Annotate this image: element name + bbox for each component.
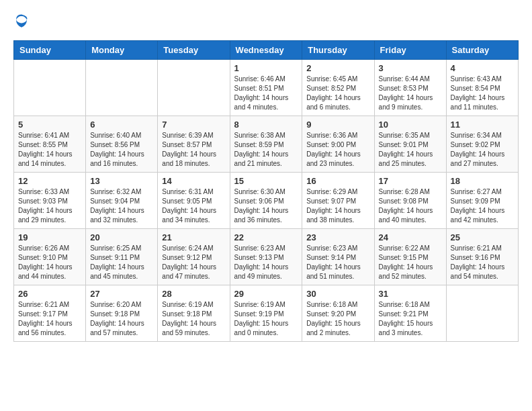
day-info: Sunrise: 6:26 AMSunset: 9:10 PMDaylight:… <box>18 244 81 281</box>
day-info: Sunrise: 6:21 AMSunset: 9:16 PMDaylight:… <box>451 244 514 281</box>
calendar-cell: 20Sunrise: 6:25 AMSunset: 9:11 PMDayligh… <box>86 229 158 285</box>
calendar-cell: 13Sunrise: 6:32 AMSunset: 9:04 PMDayligh… <box>86 173 158 229</box>
day-info: Sunrise: 6:21 AMSunset: 9:17 PMDaylight:… <box>18 300 81 338</box>
day-info: Sunrise: 6:43 AMSunset: 8:54 PMDaylight:… <box>451 75 514 112</box>
calendar-week-row: 1Sunrise: 6:46 AMSunset: 8:51 PMDaylight… <box>14 60 519 116</box>
day-number: 16 <box>306 176 369 186</box>
day-number: 7 <box>162 120 225 130</box>
day-info: Sunrise: 6:35 AMSunset: 9:01 PMDaylight:… <box>379 131 442 169</box>
day-info: Sunrise: 6:44 AMSunset: 8:53 PMDaylight:… <box>379 75 442 112</box>
day-number: 15 <box>234 176 298 186</box>
calendar-cell: 17Sunrise: 6:28 AMSunset: 9:08 PMDayligh… <box>374 173 446 229</box>
calendar-cell: 5Sunrise: 6:41 AMSunset: 8:55 PMDaylight… <box>14 116 86 173</box>
day-number: 5 <box>18 120 81 130</box>
calendar-cell: 4Sunrise: 6:43 AMSunset: 8:54 PMDaylight… <box>446 60 518 116</box>
weekday-header-tuesday: Tuesday <box>158 41 230 60</box>
calendar-cell: 14Sunrise: 6:31 AMSunset: 9:05 PMDayligh… <box>158 173 230 229</box>
calendar-cell <box>158 60 230 116</box>
calendar-week-row: 26Sunrise: 6:21 AMSunset: 9:17 PMDayligh… <box>14 285 519 342</box>
day-info: Sunrise: 6:20 AMSunset: 9:18 PMDaylight:… <box>90 300 153 338</box>
day-info: Sunrise: 6:30 AMSunset: 9:06 PMDaylight:… <box>234 187 298 225</box>
day-number: 17 <box>379 176 442 186</box>
weekday-header-friday: Friday <box>374 41 446 60</box>
day-number: 13 <box>90 176 153 186</box>
weekday-header-saturday: Saturday <box>446 41 518 60</box>
day-info: Sunrise: 6:25 AMSunset: 9:11 PMDaylight:… <box>90 244 153 281</box>
day-number: 21 <box>162 232 225 242</box>
day-info: Sunrise: 6:33 AMSunset: 9:03 PMDaylight:… <box>18 187 81 225</box>
calendar-cell: 27Sunrise: 6:20 AMSunset: 9:18 PMDayligh… <box>86 285 158 342</box>
day-info: Sunrise: 6:18 AMSunset: 9:21 PMDaylight:… <box>379 300 442 338</box>
day-number: 26 <box>18 289 81 299</box>
day-info: Sunrise: 6:19 AMSunset: 9:18 PMDaylight:… <box>162 300 225 338</box>
day-number: 4 <box>451 63 514 73</box>
logo-icon <box>13 13 30 30</box>
calendar-cell: 25Sunrise: 6:21 AMSunset: 9:16 PMDayligh… <box>446 229 518 285</box>
day-number: 9 <box>306 120 369 130</box>
day-number: 1 <box>234 63 298 73</box>
day-number: 25 <box>451 232 514 242</box>
day-number: 20 <box>90 232 153 242</box>
calendar-week-row: 12Sunrise: 6:33 AMSunset: 9:03 PMDayligh… <box>14 173 519 229</box>
day-info: Sunrise: 6:36 AMSunset: 9:00 PMDaylight:… <box>306 131 369 169</box>
calendar-cell: 7Sunrise: 6:39 AMSunset: 8:57 PMDaylight… <box>158 116 230 173</box>
day-number: 30 <box>306 289 369 299</box>
calendar-cell <box>86 60 158 116</box>
calendar-cell: 22Sunrise: 6:23 AMSunset: 9:13 PMDayligh… <box>230 229 302 285</box>
calendar-cell: 28Sunrise: 6:19 AMSunset: 9:18 PMDayligh… <box>158 285 230 342</box>
day-info: Sunrise: 6:19 AMSunset: 9:19 PMDaylight:… <box>234 300 298 338</box>
day-info: Sunrise: 6:39 AMSunset: 8:57 PMDaylight:… <box>162 131 225 169</box>
day-number: 6 <box>90 120 153 130</box>
calendar-header-row: SundayMondayTuesdayWednesdayThursdayFrid… <box>14 41 519 60</box>
day-info: Sunrise: 6:32 AMSunset: 9:04 PMDaylight:… <box>90 187 153 225</box>
day-number: 14 <box>162 176 225 186</box>
weekday-header-wednesday: Wednesday <box>230 41 302 60</box>
calendar-cell: 9Sunrise: 6:36 AMSunset: 9:00 PMDaylight… <box>302 116 374 173</box>
calendar-cell <box>446 285 518 342</box>
day-info: Sunrise: 6:18 AMSunset: 9:20 PMDaylight:… <box>306 300 369 338</box>
day-info: Sunrise: 6:31 AMSunset: 9:05 PMDaylight:… <box>162 187 225 225</box>
day-info: Sunrise: 6:27 AMSunset: 9:09 PMDaylight:… <box>451 187 514 225</box>
day-number: 31 <box>379 289 442 299</box>
day-number: 28 <box>162 289 225 299</box>
calendar-cell: 24Sunrise: 6:22 AMSunset: 9:15 PMDayligh… <box>374 229 446 285</box>
day-number: 3 <box>379 63 442 73</box>
day-info: Sunrise: 6:41 AMSunset: 8:55 PMDaylight:… <box>18 131 81 169</box>
calendar-cell: 30Sunrise: 6:18 AMSunset: 9:20 PMDayligh… <box>302 285 374 342</box>
day-number: 18 <box>451 176 514 186</box>
day-number: 29 <box>234 289 298 299</box>
day-info: Sunrise: 6:38 AMSunset: 8:59 PMDaylight:… <box>234 131 298 169</box>
calendar-cell: 15Sunrise: 6:30 AMSunset: 9:06 PMDayligh… <box>230 173 302 229</box>
day-info: Sunrise: 6:29 AMSunset: 9:07 PMDaylight:… <box>306 187 369 225</box>
calendar-cell: 12Sunrise: 6:33 AMSunset: 9:03 PMDayligh… <box>14 173 86 229</box>
calendar-table: SundayMondayTuesdayWednesdayThursdayFrid… <box>13 40 519 342</box>
calendar-cell: 18Sunrise: 6:27 AMSunset: 9:09 PMDayligh… <box>446 173 518 229</box>
day-number: 10 <box>379 120 442 130</box>
day-info: Sunrise: 6:22 AMSunset: 9:15 PMDaylight:… <box>379 244 442 281</box>
day-number: 24 <box>379 232 442 242</box>
calendar-cell: 10Sunrise: 6:35 AMSunset: 9:01 PMDayligh… <box>374 116 446 173</box>
calendar-cell: 21Sunrise: 6:24 AMSunset: 9:12 PMDayligh… <box>158 229 230 285</box>
day-info: Sunrise: 6:28 AMSunset: 9:08 PMDaylight:… <box>379 187 442 225</box>
weekday-header-thursday: Thursday <box>302 41 374 60</box>
day-info: Sunrise: 6:46 AMSunset: 8:51 PMDaylight:… <box>234 75 298 112</box>
calendar-cell: 3Sunrise: 6:44 AMSunset: 8:53 PMDaylight… <box>374 60 446 116</box>
calendar-cell: 2Sunrise: 6:45 AMSunset: 8:52 PMDaylight… <box>302 60 374 116</box>
day-info: Sunrise: 6:24 AMSunset: 9:12 PMDaylight:… <box>162 244 225 281</box>
calendar-cell: 31Sunrise: 6:18 AMSunset: 9:21 PMDayligh… <box>374 285 446 342</box>
calendar-cell: 6Sunrise: 6:40 AMSunset: 8:56 PMDaylight… <box>86 116 158 173</box>
weekday-header-monday: Monday <box>86 41 158 60</box>
calendar-week-row: 19Sunrise: 6:26 AMSunset: 9:10 PMDayligh… <box>14 229 519 285</box>
day-info: Sunrise: 6:23 AMSunset: 9:14 PMDaylight:… <box>306 244 369 281</box>
day-number: 12 <box>18 176 81 186</box>
calendar-cell: 11Sunrise: 6:34 AMSunset: 9:02 PMDayligh… <box>446 116 518 173</box>
calendar-cell: 23Sunrise: 6:23 AMSunset: 9:14 PMDayligh… <box>302 229 374 285</box>
calendar-cell: 19Sunrise: 6:26 AMSunset: 9:10 PMDayligh… <box>14 229 86 285</box>
day-info: Sunrise: 6:40 AMSunset: 8:56 PMDaylight:… <box>90 131 153 169</box>
calendar-cell <box>14 60 86 116</box>
day-number: 19 <box>18 232 81 242</box>
day-number: 11 <box>451 120 514 130</box>
calendar-cell: 26Sunrise: 6:21 AMSunset: 9:17 PMDayligh… <box>14 285 86 342</box>
weekday-header-sunday: Sunday <box>14 41 86 60</box>
day-number: 8 <box>234 120 298 130</box>
